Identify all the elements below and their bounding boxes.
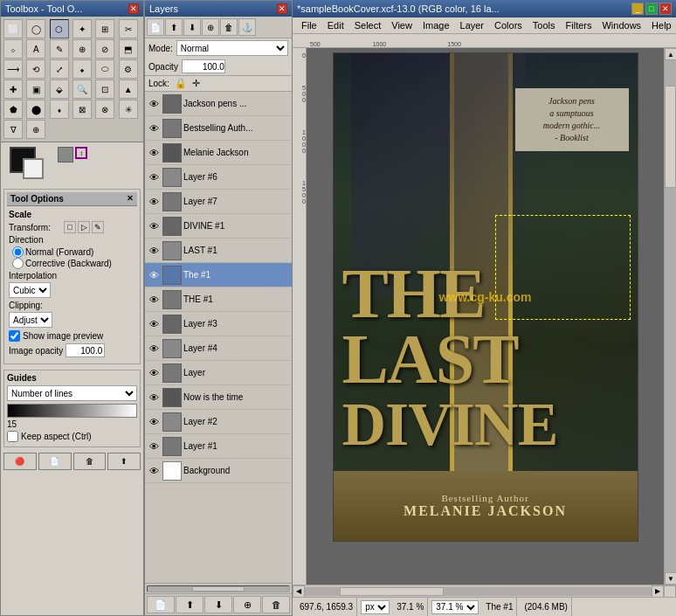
lock-pixels-icon[interactable]: 🔒 [175, 78, 187, 89]
tool-align[interactable]: ▣ [26, 80, 45, 99]
tool-free-select[interactable]: ⬡ [50, 19, 69, 38]
layer-item-3[interactable]: 👁 Layer #3 [145, 312, 292, 336]
tool-airbrush[interactable]: ⊗ [95, 100, 114, 119]
tool-bucket[interactable]: ▲ [119, 80, 138, 99]
transform-btn2[interactable]: ▷ [78, 221, 90, 233]
image-opacity-input[interactable] [66, 343, 105, 357]
layers-lower-layer-button[interactable]: ⬇ [204, 596, 232, 613]
layer-eye-7[interactable]: 👁 [147, 195, 161, 209]
layer-item-6[interactable]: 👁 Layer #6 [145, 165, 292, 190]
layer-item-jackson-pens[interactable]: 👁 Jackson pens ... [145, 92, 292, 116]
layer-item-melanie[interactable]: 👁 Melanie Jackson [145, 141, 292, 165]
layer-item-7[interactable]: 👁 Layer #7 [145, 190, 292, 214]
layer-eye-THE1[interactable]: 👁 [147, 293, 161, 307]
menu-help[interactable]: Help [646, 19, 676, 31]
tool-pencil[interactable]: ⬤ [26, 100, 45, 119]
layer-eye-last1[interactable]: 👁 [147, 244, 161, 258]
tool-scale[interactable]: ⤢ [50, 59, 69, 79]
menu-filters[interactable]: Filters [561, 19, 597, 31]
layer-item-divine1[interactable]: 👁 DIVINE #1 [145, 214, 292, 239]
v-scroll-thumb[interactable] [665, 86, 676, 188]
h-scroll-thumb[interactable] [340, 587, 444, 596]
menu-edit[interactable]: Edit [322, 19, 349, 31]
scroll-down-button[interactable]: ▼ [665, 572, 676, 585]
background-color[interactable] [23, 158, 44, 179]
menu-windows[interactable]: Windows [597, 19, 646, 31]
layers-raise-layer-button[interactable]: ⬆ [176, 596, 203, 613]
opacity-input[interactable] [182, 59, 225, 73]
interpolation-select[interactable]: Cubic [9, 282, 51, 298]
tool-fuzzy-select[interactable]: ✦ [72, 19, 92, 38]
tool-heal[interactable]: ⊘ [95, 39, 114, 59]
layers-delete-layer-button[interactable]: 🗑 [262, 596, 290, 613]
layer-item-1[interactable]: 👁 Layer #1 [145, 434, 292, 459]
layer-eye-6[interactable]: 👁 [147, 170, 161, 184]
tool-text[interactable]: A [26, 39, 45, 59]
layer-eye-3[interactable]: 👁 [147, 317, 161, 331]
layer-item-THE1[interactable]: 👁 THE #1 [145, 287, 292, 312]
tb-btn-2[interactable]: 📄 [38, 453, 72, 470]
minimize-button[interactable]: _ [631, 3, 644, 15]
layer-eye-the1[interactable]: 👁 [147, 268, 161, 282]
layer-eye-melanie[interactable]: 👁 [147, 146, 161, 160]
layer-eye-nowistime[interactable]: 👁 [147, 391, 161, 405]
layer-item-background[interactable]: 👁 Background [145, 459, 292, 483]
tool-move[interactable]: ✚ [3, 80, 23, 99]
tool-perspective[interactable]: ⬒ [119, 39, 138, 59]
toolbox-close-button[interactable]: ✕ [128, 3, 139, 14]
tool-zoom[interactable]: 🔍 [72, 80, 92, 99]
layer-eye-2[interactable]: 👁 [147, 415, 161, 429]
tool-shear[interactable]: ⬥ [72, 59, 92, 79]
layer-eye-layer[interactable]: 👁 [147, 366, 161, 380]
tool-measure[interactable]: ⊡ [95, 80, 114, 99]
tool-eraser[interactable]: ⊠ [72, 100, 92, 119]
guides-select[interactable]: Number of lines [7, 385, 137, 401]
layer-eye-background[interactable]: 👁 [147, 464, 161, 478]
menu-select[interactable]: Select [349, 19, 387, 31]
layers-tb-anchor[interactable]: ⚓ [238, 18, 256, 36]
tool-rotate[interactable]: ⟲ [26, 59, 45, 79]
scroll-right-button[interactable]: ▶ [652, 585, 664, 598]
menu-tools[interactable]: Tools [528, 19, 561, 31]
tool-distort[interactable]: ⬭ [95, 59, 114, 79]
status-unit-select[interactable]: px [361, 600, 390, 614]
mode-select[interactable]: Normal [176, 40, 288, 56]
scroll-up-button[interactable]: ▲ [665, 48, 676, 60]
layer-eye-1[interactable]: 👁 [147, 440, 161, 453]
tool-paths[interactable]: ⬦ [3, 39, 23, 59]
lock-position-icon[interactable]: ✛ [192, 78, 200, 89]
tool-gradient[interactable]: ⬟ [3, 100, 23, 119]
menu-view[interactable]: View [386, 19, 417, 31]
layer-item-nowistime[interactable]: 👁 Now is the time [145, 385, 292, 410]
layer-eye-bestselling[interactable]: 👁 [147, 121, 161, 135]
transform-btn1[interactable]: □ [64, 221, 76, 233]
close-button[interactable]: ✕ [659, 3, 672, 15]
tool-crop[interactable]: ⬙ [50, 80, 69, 99]
tool-colorpick[interactable]: ⊕ [26, 120, 45, 139]
v-scroll-track[interactable] [665, 60, 676, 572]
menu-file[interactable]: File [296, 19, 322, 31]
tb-btn-3[interactable]: 🗑 [73, 453, 107, 470]
layer-eye-divine1[interactable]: 👁 [147, 219, 161, 233]
direction-normal-radio[interactable] [12, 246, 24, 258]
clipping-select[interactable]: Adjust [9, 312, 52, 328]
canvas-area[interactable]: Jackson pensa sumptuousmodern gothic...-… [307, 48, 664, 585]
tb-btn-1[interactable]: 🔴 [3, 453, 37, 470]
layers-tb-lower[interactable]: ⬇ [183, 18, 201, 36]
menu-colors[interactable]: Colors [489, 19, 528, 31]
show-preview-checkbox[interactable] [9, 330, 20, 342]
status-zoom-select[interactable]: 37.1 % [431, 600, 479, 614]
layer-item-last1[interactable]: 👁 LAST #1 [145, 239, 292, 263]
layers-h-scroll-thumb[interactable] [192, 586, 245, 592]
layers-tb-new[interactable]: 📄 [147, 18, 164, 36]
layer-item-the1[interactable]: 👁 The #1 [145, 263, 292, 287]
maximize-button[interactable]: □ [645, 3, 658, 15]
layers-duplicate-layer-button[interactable]: ⊕ [233, 596, 261, 613]
keep-aspect-checkbox[interactable] [7, 431, 18, 442]
menu-image[interactable]: Image [417, 19, 455, 31]
menu-layer[interactable]: Layer [455, 19, 490, 31]
layer-item-4[interactable]: 👁 Layer #4 [145, 336, 292, 361]
tool-rect-select[interactable]: ⬜ [3, 19, 23, 38]
layer-item-2[interactable]: 👁 Layer #2 [145, 410, 292, 434]
swap-colors-button[interactable]: ↕ [75, 147, 87, 159]
